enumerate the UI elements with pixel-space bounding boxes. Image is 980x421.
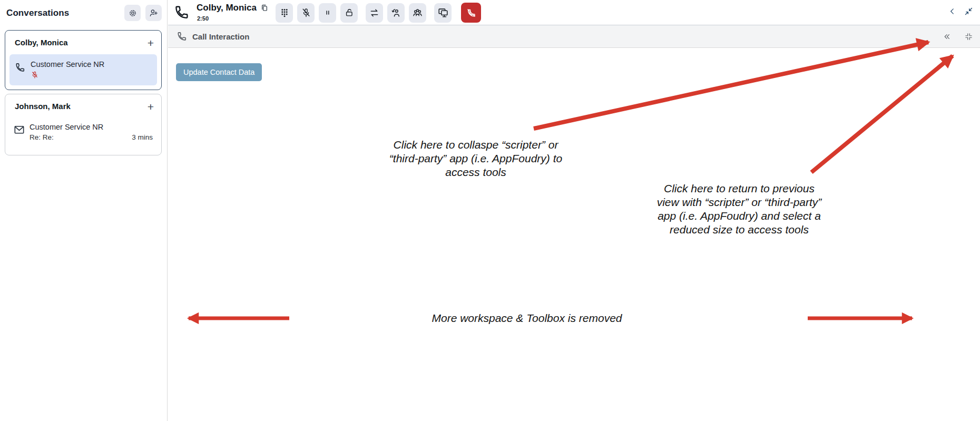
conference-button[interactable] xyxy=(409,3,426,23)
copy-button[interactable] xyxy=(260,4,269,12)
double-chevron-left-icon xyxy=(943,32,952,41)
pause-icon xyxy=(323,8,332,17)
caller-name-text: Colby, Monica xyxy=(197,3,257,13)
phone-icon xyxy=(14,62,26,75)
interaction-time: 3 mins xyxy=(132,133,153,141)
email-subject: Re: Re: xyxy=(30,133,54,141)
sidebar-header: Conversations xyxy=(0,0,167,25)
sidebar-title: Conversations xyxy=(6,8,120,18)
annotation-line: “third-party” app (i.e. AppFoudry) to xyxy=(383,152,569,165)
mute-icon xyxy=(301,7,311,18)
screen-pop-button[interactable] xyxy=(434,3,452,23)
settings-icon xyxy=(128,8,138,18)
app-window: Conversations xyxy=(0,0,980,421)
back-button[interactable] xyxy=(948,7,957,16)
reduce-size-button[interactable] xyxy=(964,32,973,41)
add-interaction-button[interactable]: + xyxy=(146,38,155,48)
conference-icon xyxy=(412,7,423,18)
email-icon xyxy=(13,124,25,138)
copy-icon xyxy=(260,4,269,12)
annotation-return-note: Click here to return to previous view wi… xyxy=(647,182,831,237)
conversation-name: Johnson, Mark xyxy=(15,102,146,111)
call-interaction-row[interactable]: Customer Service NR xyxy=(9,54,157,85)
dialpad-button[interactable] xyxy=(276,3,293,23)
conversations-sidebar: Conversations xyxy=(0,0,168,421)
end-call-icon xyxy=(466,7,477,18)
interaction-panel-controls xyxy=(943,25,973,47)
add-person-button[interactable] xyxy=(145,5,162,21)
annotation-line: reduced size to access tools xyxy=(647,223,831,237)
annotation-arrow-collapse xyxy=(534,42,928,129)
annotation-line: view with “scripter” or “third-party” xyxy=(647,195,831,209)
conversation-card-header: Johnson, Mark + xyxy=(15,102,155,112)
add-interaction-button[interactable]: + xyxy=(146,102,155,112)
conversation-card-johnson: Johnson, Mark + Customer Service NR Re: … xyxy=(5,94,162,155)
compress-icon xyxy=(964,32,973,41)
collapse-diagonal-icon xyxy=(964,6,974,16)
window-nav-controls xyxy=(948,6,974,16)
secure-pause-button[interactable] xyxy=(340,3,358,23)
call-timer: 2:50 xyxy=(197,15,209,22)
transfer-button[interactable] xyxy=(366,3,383,23)
annotation-collapse-note: Click here to collaspe “scripter” or “th… xyxy=(383,138,569,179)
email-interaction-row[interactable]: Customer Service NR Re: Re: 3 mins xyxy=(9,120,157,151)
settings-button[interactable] xyxy=(124,5,141,21)
mute-button[interactable] xyxy=(297,3,315,23)
annotation-line: Click here to return to previous xyxy=(647,182,831,195)
conversation-card-header: Colby, Monica + xyxy=(15,38,155,48)
annotation-line: app (i.e. AppFoudry) and select a xyxy=(647,209,831,223)
monitor-icon xyxy=(437,7,449,18)
conversation-name: Colby, Monica xyxy=(15,38,146,47)
collapse-panel-button[interactable] xyxy=(943,32,952,41)
chevron-left-icon xyxy=(948,7,957,16)
interaction-phone-icon xyxy=(176,31,188,42)
call-controls xyxy=(276,3,481,23)
add-person-icon xyxy=(149,8,159,18)
queue-name: Customer Service NR xyxy=(31,60,104,68)
annotation-workspace-note: More workspace & Toolbox is removed xyxy=(395,311,659,325)
annotation-line: Click here to collaspe “scripter” or xyxy=(383,138,569,152)
hold-button[interactable] xyxy=(319,3,336,23)
unlock-icon xyxy=(344,7,355,18)
dialpad-icon xyxy=(279,7,290,18)
update-contact-data-button[interactable]: Update Contact Data xyxy=(176,63,262,81)
call-phone-icon xyxy=(173,4,190,23)
annotation-arrow-return xyxy=(811,56,953,172)
collapse-window-button[interactable] xyxy=(964,6,974,16)
end-call-button[interactable] xyxy=(461,3,481,23)
annotation-line: access tools xyxy=(383,165,569,179)
transfer-icon xyxy=(369,7,380,18)
call-interaction-bar: Call Interaction xyxy=(168,25,980,48)
consult-button[interactable] xyxy=(387,3,405,23)
consult-person-icon xyxy=(390,7,401,18)
caller-name: Colby, Monica xyxy=(197,3,269,13)
interaction-panel-title: Call Interaction xyxy=(192,32,249,41)
active-call-bar: Colby, Monica 2:50 xyxy=(168,0,980,25)
queue-name: Customer Service NR xyxy=(30,123,103,131)
mic-muted-icon xyxy=(31,71,39,81)
conversation-card-colby: Colby, Monica + Customer Service NR xyxy=(5,30,162,90)
